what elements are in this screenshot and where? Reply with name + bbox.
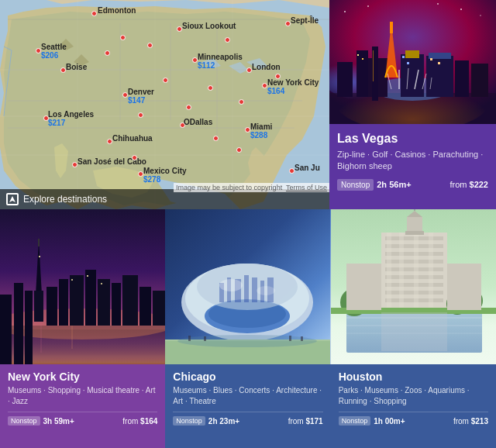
svg-rect-119	[381, 312, 447, 351]
las-vegas-duration: 2h 56m+	[377, 180, 411, 189]
svg-rect-57	[112, 283, 121, 326]
svg-rect-54	[70, 275, 84, 326]
city-label-boise[interactable]: Boise	[66, 63, 87, 71]
houston-duration: 1h 00m+	[374, 417, 405, 426]
city-dot	[192, 57, 198, 63]
city-dot	[91, 11, 97, 16]
city-label-edmonton[interactable]: Edmonton	[98, 6, 136, 15]
nyc-flight-info: Nonstop 3h 59m+ from $164	[8, 412, 157, 426]
svg-rect-26	[373, 50, 374, 81]
las-vegas-title: Las Vegas	[337, 132, 488, 146]
svg-rect-19	[405, 50, 419, 58]
city-label-minneapolis[interactable]: Minneapolis$112	[198, 53, 243, 70]
city-label-nyc[interactable]: New York City$164	[267, 78, 319, 95]
nyc-price: from $164	[122, 417, 157, 426]
map-cities: Edmonton Sioux Lookout Sept-Île Seattle$…	[0, 0, 329, 209]
terms-link[interactable]: Terms of Use	[286, 184, 327, 191]
svg-point-80	[219, 279, 243, 291]
svg-rect-60	[153, 291, 165, 326]
chicago-info: Chicago Museums · Blues · Concerts · Arc…	[165, 364, 330, 448]
svg-rect-107	[429, 233, 433, 310]
las-vegas-activities: Zip-line · Golf · Casinos · Parachuting …	[337, 149, 488, 173]
svg-rect-62	[71, 279, 73, 281]
city-label-denver[interactable]: Denver$147	[128, 88, 154, 105]
dest-card-chicago[interactable]: Chicago Museums · Blues · Concerts · Arc…	[165, 209, 330, 448]
svg-rect-87	[289, 336, 291, 341]
las-vegas-card[interactable]: Las Vegas Zip-line · Golf · Casinos · Pa…	[329, 0, 496, 209]
svg-rect-30	[438, 62, 440, 64]
houston-activities: Parks · Museums · Zoos · Aquariums · Run…	[339, 385, 488, 407]
svg-rect-59	[140, 287, 151, 326]
city-dot	[225, 37, 230, 43]
svg-rect-61	[39, 256, 40, 257]
top-row: Edmonton Sioux Lookout Sept-Île Seattle$…	[0, 0, 496, 209]
dest-card-houston[interactable]: Houston Parks · Museums · Zoos · Aquariu…	[331, 209, 496, 448]
svg-rect-28	[407, 62, 409, 64]
svg-rect-12	[337, 62, 353, 97]
city-label-sanju[interactable]: San Ju	[294, 164, 320, 172]
city-dot	[239, 99, 244, 105]
chicago-price: from $171	[288, 417, 323, 426]
city-label-london[interactable]: London	[252, 63, 281, 71]
svg-rect-27	[402, 56, 405, 58]
chicago-nonstop: Nonstop	[173, 416, 205, 426]
svg-rect-86	[204, 336, 206, 341]
svg-rect-77	[252, 277, 257, 302]
svg-rect-25	[362, 58, 363, 60]
city-dot	[132, 155, 137, 160]
city-label-chihuahua[interactable]: Chihuahua	[112, 134, 153, 143]
nyc-nonstop: Nonstop	[8, 416, 40, 426]
svg-point-39	[460, 9, 462, 10]
city-dot	[208, 85, 213, 91]
las-vegas-info: Las Vegas Zip-line · Golf · Casinos · Pa…	[329, 124, 496, 209]
city-dot	[60, 67, 66, 73]
chicago-flight-info: Nonstop 2h 23m+ from $171	[173, 412, 322, 426]
city-label-la[interactable]: Los Angeles$217	[48, 110, 94, 127]
svg-point-38	[367, 5, 369, 7]
dest-card-nyc[interactable]: New York City Museums · Shopping · Music…	[0, 209, 165, 448]
nyc-image	[0, 209, 165, 364]
city-label-sept[interactable]: Sept-Île	[291, 16, 319, 25]
map-icon	[6, 193, 19, 205]
nyc-duration: 3h 59m+	[43, 417, 74, 426]
chicago-duration: 2h 23m+	[208, 417, 239, 426]
city-dot	[122, 92, 128, 98]
city-dot	[275, 74, 281, 79]
svg-rect-50	[38, 239, 40, 246]
city-label-sioux[interactable]: Sioux Lookout	[182, 22, 236, 30]
city-dot	[262, 83, 267, 88]
chicago-title: Chicago	[173, 370, 322, 383]
nyc-info: New York City Museums · Shopping · Music…	[0, 364, 165, 448]
city-dot	[105, 50, 110, 56]
houston-price: from $213	[453, 417, 488, 426]
svg-rect-20	[426, 56, 453, 97]
svg-rect-29	[430, 58, 432, 60]
svg-rect-56	[98, 279, 110, 326]
houston-nonstop: Nonstop	[339, 416, 371, 426]
houston-title: Houston	[339, 370, 488, 383]
city-dot	[138, 171, 143, 177]
city-label-dallas[interactable]: ODallas	[184, 118, 212, 126]
houston-image	[331, 209, 496, 364]
svg-rect-47	[14, 283, 23, 364]
svg-rect-88	[301, 336, 303, 341]
city-label-seattle[interactable]: Seattle$206	[41, 43, 67, 60]
map-section[interactable]: Edmonton Sioux Lookout Sept-Île Seattle$…	[0, 0, 329, 209]
svg-rect-46	[0, 295, 12, 364]
explore-label: Explore destinations	[23, 194, 107, 205]
city-dot	[246, 67, 252, 73]
las-vegas-price: from $222	[450, 180, 488, 189]
city-dot	[236, 147, 242, 153]
svg-rect-48	[25, 291, 33, 364]
svg-rect-104	[387, 233, 391, 310]
city-dot	[147, 43, 153, 48]
las-vegas-flight-info: Nonstop 2h 56m+ from $222	[337, 179, 488, 191]
chicago-activities: Museums · Blues · Concerts · Architectur…	[173, 385, 322, 407]
chicago-svg	[165, 209, 330, 364]
city-label-miami[interactable]: Miami$288	[250, 122, 272, 140]
city-label-mexicocity[interactable]: Mexico City$278	[143, 167, 187, 184]
main-container: Edmonton Sioux Lookout Sept-Île Seattle$…	[0, 0, 496, 448]
city-dot	[36, 48, 41, 53]
svg-rect-22	[455, 60, 469, 97]
bottom-row: New York City Museums · Shopping · Music…	[0, 209, 496, 448]
